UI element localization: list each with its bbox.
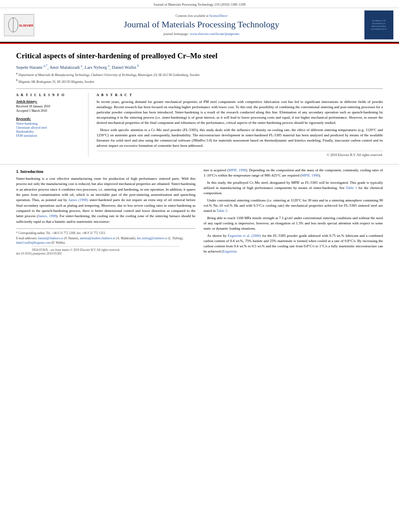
james-1998-link-1[interactable]: James (1998) [68, 198, 88, 202]
intro-para-4: Being able to reach 1100 MPa tensile str… [204, 216, 383, 232]
journal-title: Journal of Materials Processing Technolo… [124, 19, 280, 30]
article-header-section: Critical aspects of sinter-hardening of … [0, 44, 399, 164]
info-abstract-section: A R T I C L E I N F O Article history: R… [16, 88, 383, 157]
accepted-date: Accepted 1 March 2010 [16, 109, 82, 113]
email-hatami[interactable]: hatami@chalmers.se [38, 236, 64, 240]
mpif-1998-link-2[interactable]: MPIF, 1998 [301, 173, 319, 177]
table2-link[interactable]: Table 2 [216, 209, 227, 213]
svg-text:ELSEVIER: ELSEVIER [19, 24, 33, 27]
affiliation-b: b Höganäs AB, Bruksgatan 35, SE-263 83 H… [16, 78, 383, 84]
affiliation-a: a Department of Materials & Manufacturin… [16, 71, 383, 78]
author-nyborg: Lars Nyborg a [84, 65, 109, 70]
logo-text: JOURNAL OF MATERIALS PROCESSING TECHNOLO… [366, 19, 392, 31]
article-info-heading: A R T I C L E I N F O [16, 93, 82, 97]
elsevier-logo: ELSEVIER [4, 14, 34, 36]
abstract-col: A B S T R A C T In recent years, growing… [97, 93, 383, 157]
elsevier-logo-svg: ELSEVIER [5, 14, 33, 35]
section1-heading: 1. Introduction [16, 169, 195, 174]
section1-body-right: ture is acquired (MPIF, 1998). Depending… [204, 168, 383, 255]
contents-line: Contents lists available at ScienceDirec… [176, 14, 228, 18]
email-wallin[interactable]: daniel.wallin@hoganas.com [16, 241, 50, 244]
bottom-bar: 0924-0136/$ – see front matter © 2010 El… [32, 246, 179, 252]
elsevier-logo-area: ELSEVIER [4, 10, 40, 39]
homepage-link[interactable]: www.elsevier.com/locate/jmatprotec [190, 32, 240, 36]
intro-para-3: Under conventional sintering conditions … [204, 198, 383, 214]
copyright-line: © 2010 Elsevier B.V. All rights reserved… [97, 151, 383, 157]
journal-citation: Journal of Materials Processing Technolo… [0, 0, 399, 8]
keyword-2: Chromium alloyed steel [16, 126, 82, 129]
doi-text: doi:10.1016/j.jmatprotec.2010.03.002 [16, 252, 62, 255]
keyword-3: Hardenability [16, 130, 82, 134]
journal-logo-box: JOURNAL OF MATERIALS PROCESSING TECHNOLO… [364, 10, 393, 39]
journal-logo-area: JOURNAL OF MATERIALS PROCESSING TECHNOLO… [363, 10, 395, 39]
main-content: 1. Introduction Sinter-hardening is a co… [0, 164, 399, 264]
table1-link[interactable]: Table 1 [346, 186, 357, 190]
section1-body-left: Sinter-hardening is a cost effective man… [16, 176, 195, 224]
header-center: Contents lists available at ScienceDirec… [43, 10, 360, 39]
issn-text: 0924-0136/$ – see front matter © 2010 El… [32, 248, 120, 252]
journal-header: ELSEVIER Contents lists available at Sci… [0, 8, 399, 43]
author-malakizadi: Amir Malakizadi a [49, 65, 82, 70]
email-nyborg[interactable]: lars.nyborg@chalmers.se [137, 236, 167, 240]
main-right-col: ture is acquired (MPIF, 1998). Depending… [204, 168, 383, 257]
footnote-corresponding: * Corresponding author. Tel.: +46 0 31 7… [16, 231, 195, 235]
intro-para-2: In this study, the prealloyed Cr–Mo stee… [204, 180, 383, 196]
article-info-col: A R T I C L E I N F O Article history: R… [16, 93, 88, 157]
main-two-col: 1. Introduction Sinter-hardening is a co… [16, 168, 383, 257]
citation-text: Journal of Materials Processing Technolo… [154, 2, 246, 6]
engstrom-link-1[interactable]: Engström et al. (2006) [228, 234, 261, 238]
keyword-1: Sinter-hardening [16, 122, 82, 125]
abstract-para-2: Hence with specific attention to a Cr–Mo… [97, 127, 383, 148]
abstract-para-1: In recent years, growing demand for grea… [97, 99, 383, 125]
intro-para-5: As shown by Engström et al. (2006) for t… [204, 233, 383, 255]
article-title: Critical aspects of sinter-hardening of … [16, 51, 383, 61]
article-history-label: Article history: [16, 99, 82, 103]
footnote-section: * Corresponding author. Tel.: +46 0 31 7… [16, 228, 195, 245]
keyword-4: FEM simulation [16, 134, 82, 138]
journal-homepage: journal homepage: www.elsevier.com/locat… [163, 32, 240, 36]
contents-label: Contents lists available at [176, 14, 209, 18]
engstrom-link-2[interactable]: Engström [223, 249, 237, 253]
author-wallin: Daniel Wallin b [112, 65, 139, 70]
sciencedirect-link[interactable]: ScienceDirect [210, 14, 228, 18]
authors-line: Sepehr Hatami a,*, Amir Malakizadi a, La… [16, 64, 383, 70]
intro-para-1: Sinter-hardening is a cost effective man… [16, 176, 195, 224]
main-left-col: 1. Introduction Sinter-hardening is a co… [16, 168, 195, 257]
footnote-email-label: E-mail addresses: hatami@chalmers.se (S.… [16, 236, 195, 245]
page: Journal of Materials Processing Technolo… [0, 0, 399, 532]
received-date: Received 18 January 2010 [16, 105, 82, 108]
email-malakizadi[interactable]: amirma@student.chalmers.se [80, 236, 115, 240]
mpif-1998-link-1[interactable]: MPIF, 1998 [228, 168, 246, 172]
abstract-text: In recent years, growing demand for grea… [97, 99, 383, 148]
author-hatami: Sepehr Hatami a,* [16, 65, 47, 70]
sciencedirect-text: ScienceDirect [210, 14, 228, 18]
james-1998-link-2[interactable]: James, 1998 [38, 214, 56, 218]
intro-para-cont: ture is acquired (MPIF, 1998). Depending… [204, 168, 383, 179]
affiliations: a Department of Materials & Manufacturin… [16, 71, 383, 84]
keywords-label: Keywords: [16, 117, 82, 121]
abstract-heading: A B S T R A C T [97, 93, 383, 97]
